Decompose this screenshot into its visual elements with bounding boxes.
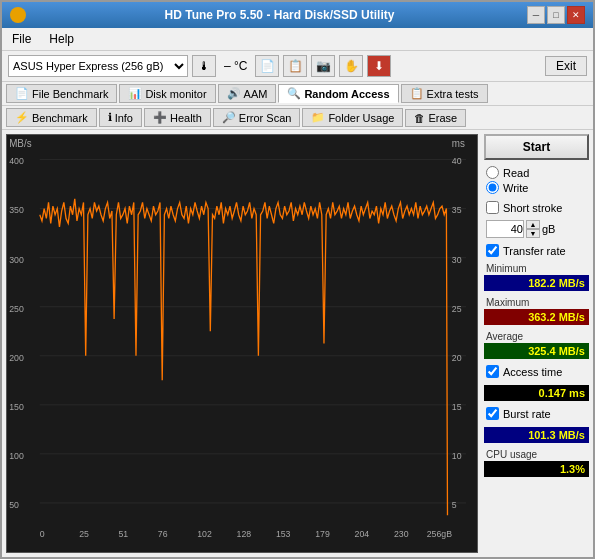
maximum-block: Maximum 363.2 MB/s — [484, 297, 589, 325]
menu-file[interactable]: File — [8, 30, 35, 48]
burst-rate-checkbox[interactable] — [486, 407, 499, 420]
tab-file-benchmark[interactable]: 📄 File Benchmark — [6, 84, 117, 103]
health-label: Health — [170, 112, 202, 124]
tab-erase[interactable]: 🗑 Erase — [405, 109, 466, 127]
minimum-label: Minimum — [484, 263, 589, 274]
tab-folder-usage[interactable]: 📁 Folder Usage — [302, 108, 403, 127]
stroke-spinner: ▲ ▼ gB — [484, 219, 589, 239]
svg-text:179: 179 — [315, 529, 330, 540]
drive-select[interactable]: ASUS Hyper Express (256 gB) — [8, 55, 188, 77]
info-label: Info — [115, 112, 133, 124]
benchmark-label: Benchmark — [32, 112, 88, 124]
minimum-block: Minimum 182.2 MB/s — [484, 263, 589, 291]
svg-text:20: 20 — [452, 352, 462, 363]
main-window: HD Tune Pro 5.50 - Hard Disk/SSD Utility… — [0, 0, 595, 559]
file-benchmark-icon: 📄 — [15, 87, 29, 100]
svg-text:200: 200 — [9, 352, 24, 363]
svg-text:250: 250 — [9, 303, 24, 314]
info-icon: ℹ — [108, 111, 112, 124]
toolbar-btn-1[interactable]: 📄 — [255, 55, 279, 77]
burst-rate-item[interactable]: Burst rate — [484, 406, 589, 421]
thermometer-icon: 🌡 — [192, 55, 216, 77]
short-stroke-item[interactable]: Short stroke — [484, 200, 589, 215]
minimize-button[interactable]: ─ — [527, 6, 545, 24]
tab-extra-tests[interactable]: 📋 Extra tests — [401, 84, 488, 103]
random-access-icon: 🔍 — [287, 87, 301, 100]
svg-text:25: 25 — [452, 303, 462, 314]
tab-error-scan[interactable]: 🔎 Error Scan — [213, 108, 301, 127]
tab-info[interactable]: ℹ Info — [99, 108, 142, 127]
title-bar: HD Tune Pro 5.50 - Hard Disk/SSD Utility… — [2, 2, 593, 28]
read-write-group: Read Write — [484, 164, 589, 196]
transfer-rate-checkbox[interactable] — [486, 244, 499, 257]
average-label: Average — [484, 331, 589, 342]
access-time-item[interactable]: Access time — [484, 364, 589, 379]
svg-text:150: 150 — [9, 401, 24, 412]
aam-label: AAM — [244, 88, 268, 100]
svg-text:100: 100 — [9, 450, 24, 461]
average-value: 325.4 MB/s — [484, 343, 589, 359]
toolbar-btn-2[interactable]: 📋 — [283, 55, 307, 77]
benchmark-chart: MB/s 400 350 300 250 200 150 100 50 ms 4… — [7, 135, 477, 552]
tab-random-access[interactable]: 🔍 Random Access — [278, 84, 398, 103]
svg-text:30: 30 — [452, 254, 462, 265]
menu-help[interactable]: Help — [45, 30, 78, 48]
stroke-input[interactable] — [486, 220, 524, 238]
stroke-up-arrow[interactable]: ▲ — [526, 220, 540, 229]
stroke-down-arrow[interactable]: ▼ — [526, 229, 540, 238]
burst-rate-block: 101.3 MB/s — [484, 426, 589, 443]
svg-text:204: 204 — [355, 529, 370, 540]
toolbar-btn-4[interactable]: ✋ — [339, 55, 363, 77]
read-label[interactable]: Read — [503, 167, 529, 179]
extra-tests-label: Extra tests — [427, 88, 479, 100]
read-radio[interactable] — [486, 166, 499, 179]
access-time-label: Access time — [503, 366, 562, 378]
tabs-row-1: 📄 File Benchmark 📊 Disk monitor 🔊 AAM 🔍 … — [2, 82, 593, 106]
svg-text:128: 128 — [237, 529, 252, 540]
write-label[interactable]: Write — [503, 182, 528, 194]
short-stroke-checkbox[interactable] — [486, 201, 499, 214]
random-access-label: Random Access — [304, 88, 389, 100]
start-button[interactable]: Start — [484, 134, 589, 160]
tab-benchmark[interactable]: ⚡ Benchmark — [6, 108, 97, 127]
access-time-value: 0.147 ms — [484, 385, 589, 401]
svg-text:40: 40 — [452, 156, 462, 167]
tab-disk-monitor[interactable]: 📊 Disk monitor — [119, 84, 215, 103]
aam-icon: 🔊 — [227, 87, 241, 100]
svg-text:153: 153 — [276, 529, 291, 540]
maximize-button[interactable]: □ — [547, 6, 565, 24]
tab-health[interactable]: ➕ Health — [144, 108, 211, 127]
toolbar-btn-5[interactable]: ⬇ — [367, 55, 391, 77]
svg-text:25: 25 — [79, 529, 89, 540]
app-icon — [10, 7, 26, 23]
chart-container: MB/s 400 350 300 250 200 150 100 50 ms 4… — [6, 134, 478, 553]
transfer-rate-item[interactable]: Transfer rate — [484, 243, 589, 258]
svg-text:35: 35 — [452, 205, 462, 216]
stroke-unit: gB — [542, 223, 555, 235]
health-icon: ➕ — [153, 111, 167, 124]
temp-value: – °C — [224, 59, 247, 73]
write-radio-item[interactable]: Write — [486, 181, 587, 194]
right-panel: Start Read Write Short stroke ▲ — [484, 134, 589, 553]
folder-usage-label: Folder Usage — [328, 112, 394, 124]
extra-tests-icon: 📋 — [410, 87, 424, 100]
window-title: HD Tune Pro 5.50 - Hard Disk/SSD Utility — [32, 8, 527, 22]
access-time-checkbox[interactable] — [486, 365, 499, 378]
cpu-usage-value: 1.3% — [484, 461, 589, 477]
disk-monitor-label: Disk monitor — [145, 88, 206, 100]
toolbar-btn-3[interactable]: 📷 — [311, 55, 335, 77]
svg-text:256gB: 256gB — [427, 529, 452, 540]
svg-text:350: 350 — [9, 205, 24, 216]
burst-rate-value: 101.3 MB/s — [484, 427, 589, 443]
benchmark-icon: ⚡ — [15, 111, 29, 124]
write-radio[interactable] — [486, 181, 499, 194]
cpu-usage-block: CPU usage 1.3% — [484, 449, 589, 477]
svg-rect-0 — [7, 135, 477, 552]
exit-button[interactable]: Exit — [545, 56, 587, 76]
window-controls: ─ □ ✕ — [527, 6, 585, 24]
erase-icon: 🗑 — [414, 112, 425, 124]
svg-text:230: 230 — [394, 529, 409, 540]
read-radio-item[interactable]: Read — [486, 166, 587, 179]
tab-aam[interactable]: 🔊 AAM — [218, 84, 277, 103]
close-button[interactable]: ✕ — [567, 6, 585, 24]
